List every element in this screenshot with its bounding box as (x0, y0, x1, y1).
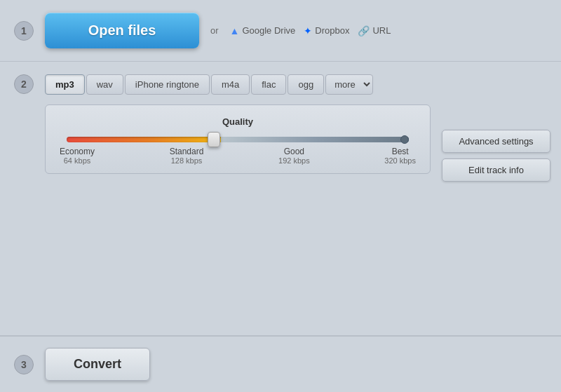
quality-best-kbps: 320 kbps (384, 156, 416, 165)
format-tabs: mp3 wav iPhone ringtone m4a flac ogg mor… (45, 74, 550, 95)
or-text: or (210, 25, 219, 36)
quality-economy-name: Economy (60, 147, 95, 156)
quality-standard-kbps: 128 kbps (170, 156, 204, 165)
tab-m4a[interactable]: m4a (211, 74, 250, 95)
dropbox-icon: ✦ (304, 25, 312, 36)
section-1: 1 Open files or ▲ Google Drive ✦ Dropbox… (0, 0, 561, 62)
quality-standard-name: Standard (170, 147, 204, 156)
quality-title: Quality (60, 116, 416, 127)
quality-economy: Economy 64 kbps (60, 147, 95, 165)
google-drive-link[interactable]: ▲ Google Drive (230, 25, 296, 36)
section-3: 3 Convert (0, 336, 561, 392)
tab-wav[interactable]: wav (86, 74, 123, 95)
quality-best: Best 320 kbps (384, 147, 416, 165)
convert-button[interactable]: Convert (45, 348, 150, 381)
section-2-content: mp3 wav iPhone ringtone m4a flac ogg mor… (45, 74, 550, 182)
step-2-number: 2 (21, 79, 27, 90)
step-2-circle: 2 (14, 74, 34, 94)
quality-best-name: Best (384, 147, 416, 156)
url-icon: 🔗 (358, 25, 370, 36)
step-3-number: 3 (21, 359, 27, 370)
tab-flac[interactable]: flac (251, 74, 286, 95)
quality-good-kbps: 192 kbps (278, 156, 310, 165)
open-files-button[interactable]: Open files (45, 13, 199, 48)
url-link[interactable]: 🔗 URL (358, 25, 391, 36)
google-drive-icon: ▲ (230, 25, 240, 36)
quality-slider-thumb[interactable] (208, 132, 220, 147)
tab-ogg[interactable]: ogg (288, 74, 324, 95)
step-1-circle: 1 (14, 21, 34, 41)
right-panel: Advanced settings Edit track info (442, 130, 550, 182)
slider-end-dot (400, 135, 409, 144)
edit-track-info-button[interactable]: Edit track info (442, 158, 550, 182)
tab-mp3[interactable]: mp3 (45, 74, 85, 95)
dropbox-label: Dropbox (315, 25, 349, 36)
dropbox-link[interactable]: ✦ Dropbox (304, 25, 349, 36)
advanced-settings-button[interactable]: Advanced settings (442, 130, 550, 153)
google-drive-label: Google Drive (242, 25, 295, 36)
quality-panel: Quality Economy 64 kbps (45, 104, 431, 174)
app-wrapper: 1 Open files or ▲ Google Drive ✦ Dropbox… (0, 0, 561, 392)
quality-labels: Economy 64 kbps Standard 128 kbps Good 1… (60, 147, 416, 165)
slider-track-right (221, 137, 409, 142)
tab-iphone-ringtone[interactable]: iPhone ringtone (125, 74, 210, 95)
section-2: 2 mp3 wav iPhone ringtone m4a flac ogg m… (0, 62, 561, 336)
quality-slider-track (67, 137, 409, 142)
cloud-links: ▲ Google Drive ✦ Dropbox 🔗 URL (230, 25, 391, 36)
quality-economy-kbps: 64 kbps (60, 156, 95, 165)
quality-good: Good 192 kbps (278, 147, 310, 165)
quality-good-name: Good (278, 147, 310, 156)
step-1-number: 1 (21, 25, 27, 36)
slider-container (67, 137, 409, 142)
url-label: URL (372, 25, 391, 36)
tab-more-select[interactable]: more aac wma opus (325, 74, 373, 95)
quality-standard: Standard 128 kbps (170, 147, 204, 165)
step-3-circle: 3 (14, 355, 34, 374)
